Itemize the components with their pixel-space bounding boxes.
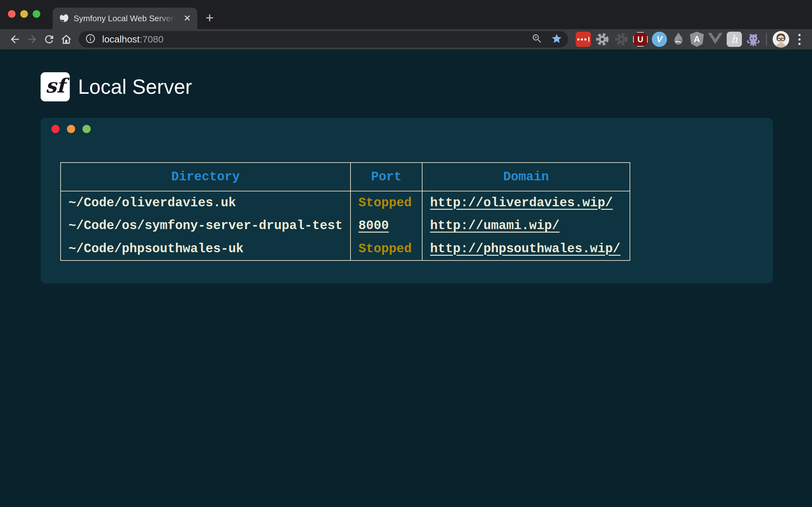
browser-tab[interactable]: Symfony Local Web Server: Prox ✕ (53, 8, 197, 29)
terminal-card: Directory Port Domain ~/Code/oliverdavie… (41, 118, 773, 284)
page-content: sf Local Server Directory Port Domain ~/… (0, 49, 812, 507)
window-close-button[interactable] (8, 10, 15, 18)
column-header-domain: Domain (422, 163, 630, 191)
window-zoom-button[interactable] (33, 10, 40, 18)
domain-link[interactable]: http://phpsouthwales.wip/ (430, 242, 620, 256)
terminal-red-dot (51, 125, 60, 133)
page-title: Local Server (78, 75, 192, 99)
url-text[interactable]: localhost:7080 (102, 34, 531, 45)
terminal-orange-dot (67, 125, 75, 133)
column-header-directory: Directory (61, 163, 351, 191)
terminal-green-dot (83, 125, 91, 133)
window-minimize-button[interactable] (20, 10, 28, 18)
port-link[interactable]: 8000 (358, 219, 389, 233)
angular-icon[interactable]: A (690, 32, 704, 47)
tab-strip: Symfony Local Web Server: Prox ✕ + (0, 0, 812, 29)
tab-favicon-globe-icon (59, 13, 69, 24)
directory-cell: ~/Code/oliverdavies.uk (61, 191, 351, 214)
home-button[interactable] (58, 31, 75, 48)
port-status: Stopped (358, 242, 412, 256)
reload-button[interactable] (41, 31, 58, 48)
window-controls (8, 10, 40, 18)
domain-link[interactable]: http://umami.wip/ (430, 219, 560, 233)
bookmark-star-icon[interactable] (551, 33, 562, 46)
table-row: ~/Code/os/symfony-server-drupal-test 800… (61, 214, 630, 237)
address-bar[interactable]: localhost:7080 (79, 31, 568, 48)
browser-menu-icon[interactable] (792, 32, 806, 47)
ublock-origin-icon[interactable]: U (633, 32, 648, 47)
table-row: ~/Code/phpsouthwales-uk Stopped http://p… (61, 237, 630, 261)
github-octocat-icon[interactable] (746, 32, 761, 47)
browser-toolbar: localhost:7080 (0, 29, 812, 49)
tab-title: Symfony Local Web Server: Prox (73, 14, 178, 23)
port-status: Stopped (358, 196, 412, 210)
proxy-table: Directory Port Domain ~/Code/oliverdavie… (60, 162, 630, 261)
table-row: ~/Code/oliverdavies.uk Stopped http://ol… (61, 191, 630, 214)
toolbar-separator (766, 33, 767, 46)
table-header-row: Directory Port Domain (61, 163, 630, 191)
vue-icon[interactable] (708, 32, 723, 47)
h-extension-icon[interactable]: h (727, 32, 742, 47)
back-button[interactable] (6, 31, 23, 48)
site-info-icon[interactable] (85, 33, 96, 45)
drupal-icon[interactable] (671, 32, 686, 47)
gear-icon[interactable] (595, 32, 610, 47)
url-host: localhost (102, 34, 140, 44)
symfony-sf-glyph: sf (45, 74, 65, 97)
zoom-page-icon[interactable] (531, 33, 543, 46)
directory-cell: ~/Code/os/symfony-server-drupal-test (61, 214, 351, 237)
tab-close-icon[interactable]: ✕ (183, 13, 192, 24)
terminal-window-dots (51, 125, 773, 133)
extension-icons: U V A h (576, 32, 761, 47)
domain-link[interactable]: http://oliverdavies.wip/ (430, 196, 613, 210)
browser-window: Symfony Local Web Server: Prox ✕ + local… (0, 0, 812, 49)
header: sf Local Server (41, 72, 812, 101)
directory-cell: ~/Code/phpsouthwales-uk (61, 237, 351, 261)
v-blue-extension-icon[interactable]: V (652, 32, 667, 47)
profile-avatar[interactable] (773, 31, 789, 48)
column-header-port: Port (351, 163, 422, 191)
lastpass-icon[interactable] (576, 32, 591, 47)
symfony-logo: sf (41, 72, 70, 101)
url-port: :7080 (140, 34, 163, 44)
forward-button[interactable] (23, 31, 41, 48)
gear-dark-icon[interactable] (614, 32, 629, 47)
new-tab-button[interactable]: + (206, 11, 214, 25)
